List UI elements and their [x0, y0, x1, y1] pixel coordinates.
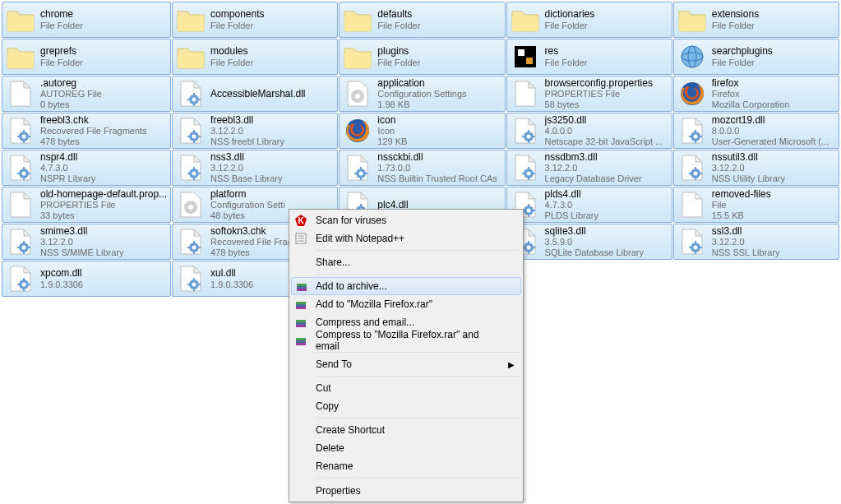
file-item[interactable]: ssl3.dll3.12.2.0NSS SSL Library	[673, 224, 839, 260]
svg-rect-44	[17, 173, 20, 174]
menu-add-to-archive[interactable]: Add to archive...	[291, 277, 521, 295]
file-info: dictionariesFile Folder	[545, 8, 668, 31]
file-item[interactable]: sqlite3.dll3.5.9.0SQLite Database Librar…	[506, 224, 672, 260]
file-item[interactable]: applicationConfiguration Settings1.98 KB	[339, 76, 505, 112]
file-name: old-homepage-default.prop...	[40, 188, 167, 200]
firefox-icon	[677, 79, 707, 109]
svg-point-7	[192, 98, 196, 102]
file-item[interactable]: nssutil3.dll3.12.2.0NSS Utility Library	[673, 150, 839, 186]
file-item[interactable]: firefoxFirefoxMozilla Corporation	[673, 76, 839, 112]
file-detail: Legacy Database Driver	[545, 173, 668, 184]
file-detail: NSS S/MIME Library	[40, 247, 167, 258]
file-name: ssl3.dll	[712, 225, 835, 237]
file-info: nssdbm3.dll3.12.2.0Legacy Database Drive…	[545, 151, 668, 185]
gear-icon	[6, 153, 35, 183]
menu-delete[interactable]: Delete	[291, 439, 521, 457]
svg-point-16	[22, 135, 26, 139]
file-item[interactable]: nspr4.dll4.7.3.0NSPR Library	[2, 150, 171, 186]
file-item[interactable]: componentsFile Folder	[172, 2, 338, 38]
file-detail: 4.7.3.0	[545, 200, 668, 210]
file-item[interactable]: modulesFile Folder	[172, 39, 338, 75]
file-item[interactable]: removed-filesFile15.5 KB	[673, 187, 839, 223]
file-item[interactable]: browserconfig.propertiesPROPERTIES File5…	[506, 76, 672, 112]
svg-rect-50	[187, 173, 190, 174]
file-name: components	[210, 8, 334, 20]
menu-label: Delete	[316, 442, 344, 454]
svg-rect-68	[689, 173, 691, 174]
svg-rect-61	[528, 178, 529, 180]
file-detail: 3.12.2.0	[210, 126, 334, 136]
file-detail: 33 bytes	[40, 210, 167, 221]
file-info: browserconfig.propertiesPROPERTIES File5…	[545, 77, 668, 111]
svg-rect-136	[296, 338, 306, 340]
file-item[interactable]: plds4.dll4.7.3.0PLDS Library	[506, 187, 672, 223]
file-item[interactable]: freebl3.chkRecovered File Fragments478 b…	[2, 113, 171, 149]
file-info: AccessibleMarshal.dll	[210, 88, 334, 99]
file-detail: PROPERTIES File	[545, 89, 668, 99]
menu-create-shortcut[interactable]: Create Shortcut	[291, 421, 521, 439]
file-info: greprefsFile Folder	[40, 45, 167, 68]
file-name: removed-files	[712, 188, 835, 200]
file-item[interactable]: resFile Folder	[506, 39, 672, 75]
menu-cut[interactable]: Cut	[291, 379, 521, 397]
doc-icon	[6, 190, 35, 220]
svg-rect-10	[187, 99, 190, 100]
menu-send-to[interactable]: Send To ▶	[291, 355, 521, 373]
svg-rect-66	[695, 167, 696, 169]
file-item[interactable]: iconIcon129 KB	[339, 113, 505, 149]
file-item[interactable]: AccessibleMarshal.dll	[172, 76, 338, 112]
svg-rect-62	[522, 173, 524, 174]
svg-rect-38	[689, 136, 691, 137]
file-detail: NSS Utility Library	[712, 173, 835, 184]
conf-icon	[176, 190, 206, 220]
svg-point-22	[192, 135, 196, 139]
svg-point-3	[682, 46, 703, 67]
file-item[interactable]: chromeFile Folder	[2, 2, 171, 38]
file-item[interactable]: dictionariesFile Folder	[506, 2, 672, 38]
svg-point-85	[22, 246, 26, 250]
file-item[interactable]: freebl3.dll3.12.2.0NSS freebl Library	[172, 113, 338, 149]
file-item[interactable]: mozcrt19.dll8.0.0.0User-Generated Micros…	[673, 113, 839, 149]
file-item[interactable]: greprefsFile Folder	[2, 39, 171, 75]
file-detail: 3.12.2.0	[40, 237, 167, 247]
file-info: nss3.dll3.12.2.0NSS Base Library	[210, 151, 334, 185]
file-item[interactable]: defaultsFile Folder	[339, 2, 505, 38]
menu-copy[interactable]: Copy	[291, 397, 521, 415]
file-item[interactable]: js3250.dll4.0.0.0Netscape 32-bit JavaScr…	[506, 113, 672, 149]
menu-compress-rar-email[interactable]: Compress to "Mozilla Firefox.rar" and em…	[291, 331, 521, 349]
svg-rect-49	[193, 178, 195, 180]
file-item[interactable]: .autoregAUTOREG File0 bytes	[2, 76, 171, 112]
file-item[interactable]: nssckbi.dll1.73.0.0NSS Builtin Trusted R…	[339, 150, 505, 186]
file-name: nssckbi.dll	[377, 151, 501, 163]
svg-rect-93	[193, 252, 195, 254]
file-item[interactable]: smime3.dll3.12.2.0NSS S/MIME Library	[2, 224, 171, 260]
menu-scan-for-viruses[interactable]: K Scan for viruses	[291, 211, 521, 229]
file-item[interactable]: pluginsFile Folder	[339, 39, 505, 75]
file-item[interactable]: extensionsFile Folder	[673, 2, 839, 38]
menu-edit-notepad[interactable]: Edit with Notepad++	[291, 229, 521, 247]
file-detail: File Folder	[712, 21, 835, 31]
svg-rect-54	[360, 167, 362, 169]
menu-label: Rename	[316, 460, 353, 472]
file-info: modulesFile Folder	[210, 45, 334, 68]
menu-add-to-rar[interactable]: Add to "Mozilla Firefox.rar"	[291, 295, 521, 313]
file-item[interactable]: nssdbm3.dll3.12.2.0Legacy Database Drive…	[506, 150, 672, 186]
file-item[interactable]: nss3.dll3.12.2.0NSS Base Library	[172, 150, 338, 186]
file-item[interactable]: old-homepage-default.prop...PROPERTIES F…	[2, 187, 171, 223]
svg-point-35	[693, 135, 697, 139]
file-item[interactable]: searchpluginsFile Folder	[673, 39, 839, 75]
svg-rect-26	[198, 136, 201, 137]
menu-label: Edit with Notepad++	[316, 233, 404, 244]
menu-rename[interactable]: Rename	[291, 457, 521, 475]
menu-share[interactable]: Share...	[291, 253, 521, 271]
svg-point-29	[526, 135, 530, 139]
gear-icon	[176, 227, 206, 257]
file-name: res	[545, 45, 668, 57]
file-detail: Netscape 32-bit JavaScript ...	[545, 136, 668, 147]
menu-properties[interactable]: Properties	[291, 481, 521, 500]
svg-rect-25	[187, 136, 190, 137]
svg-rect-116	[193, 278, 195, 280]
file-item[interactable]: xpcom.dll1.9.0.3306	[2, 261, 171, 297]
menu-label: Create Shortcut	[316, 424, 385, 436]
svg-point-97	[526, 246, 530, 250]
